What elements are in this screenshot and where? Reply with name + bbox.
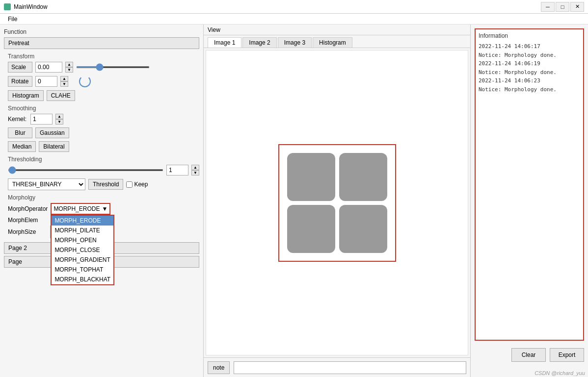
thresh-type-select[interactable]: THRESH_BINARY THRESH_BINARY_INV THRESH_T… bbox=[8, 178, 85, 190]
morph-option-tophat[interactable]: MORPH_TOPHAT bbox=[52, 265, 113, 275]
rotate-row: Rotate ▲ ▼ bbox=[8, 75, 199, 87]
kernel-label: Kernel: bbox=[8, 116, 27, 123]
threshold-button[interactable]: Threshold bbox=[88, 179, 123, 190]
scale-slider[interactable] bbox=[76, 66, 150, 68]
threshold-down-btn[interactable]: ▼ bbox=[191, 170, 199, 176]
title-bar-controls: ─ □ ✕ bbox=[541, 2, 584, 12]
minimize-button[interactable]: ─ bbox=[541, 2, 555, 12]
note-input[interactable] bbox=[234, 361, 466, 374]
morph-operator-trigger[interactable]: MORPH_ERODE ▼ bbox=[51, 203, 110, 215]
median-button[interactable]: Median bbox=[8, 141, 36, 152]
threshold-input[interactable] bbox=[166, 165, 188, 176]
rotate-up-btn[interactable]: ▲ bbox=[60, 76, 68, 81]
bottom-bar: note bbox=[204, 357, 470, 377]
thresholding-section: Thresholding ▲ ▼ THRESH_BINARY THRESH_BI… bbox=[8, 156, 199, 190]
image-red-box bbox=[278, 144, 396, 262]
transform-label: Transform bbox=[8, 53, 199, 60]
morph-option-erode[interactable]: MORPH_ERODE bbox=[52, 216, 113, 226]
tab-image3[interactable]: Image 3 bbox=[278, 37, 312, 48]
histogram-row: Histogram CLAHE bbox=[8, 90, 199, 101]
threshold-up-btn[interactable]: ▲ bbox=[191, 165, 199, 170]
view-label: View bbox=[208, 26, 220, 33]
keep-label: Keep bbox=[134, 181, 148, 188]
scale-up-btn[interactable]: ▲ bbox=[65, 62, 73, 67]
scale-down-btn[interactable]: ▼ bbox=[65, 67, 73, 73]
log-entry-5: Notice: Morphology done. bbox=[479, 85, 580, 94]
maximize-button[interactable]: □ bbox=[556, 2, 569, 12]
morph-operator-menu: MORPH_ERODE MORPH_DILATE MORPH_OPEN MORP… bbox=[51, 215, 114, 285]
menu-file[interactable]: File bbox=[4, 15, 21, 24]
threshold-spinner: ▲ ▼ bbox=[191, 165, 199, 176]
tab-histogram[interactable]: Histogram bbox=[313, 37, 352, 48]
morph-option-close[interactable]: MORPH_CLOSE bbox=[52, 245, 113, 255]
log-entry-2: 2022-11-24 14:06:19 bbox=[479, 59, 580, 68]
right-bottom: Clear Export bbox=[471, 345, 588, 369]
smoothing-label: Smoothing bbox=[8, 105, 199, 112]
info-log: 2022-11-24 14:06:17 Notice: Morphology d… bbox=[479, 42, 580, 94]
function-label: Function bbox=[4, 28, 199, 35]
kernel-row: Kernel: ▲ ▼ bbox=[8, 114, 199, 125]
title-bar: MainWindow ─ □ ✕ bbox=[0, 0, 588, 14]
close-button[interactable]: ✕ bbox=[570, 2, 584, 12]
export-button[interactable]: Export bbox=[550, 348, 584, 362]
watermark: CSDN @richard_yuu bbox=[471, 369, 588, 377]
title-bar-left: MainWindow bbox=[4, 3, 48, 10]
morph-option-gradient[interactable]: MORPH_GRADIENT bbox=[52, 255, 113, 265]
pretreat-button[interactable]: Pretreat bbox=[4, 37, 199, 49]
morph-size-label: MorphSize bbox=[8, 228, 47, 235]
info-title: Information bbox=[479, 32, 580, 39]
kernel-spinner: ▲ ▼ bbox=[55, 114, 63, 125]
window-title: MainWindow bbox=[14, 3, 48, 10]
keep-checkbox-wrap: Keep bbox=[126, 181, 148, 188]
img-cell-topright bbox=[339, 153, 387, 201]
smoothing-section: Smoothing Kernel: ▲ ▼ Blur Gaussian Medi… bbox=[8, 105, 199, 152]
kernel-down-btn[interactable]: ▼ bbox=[55, 119, 63, 125]
info-box: Information 2022-11-24 14:06:17 Notice: … bbox=[475, 28, 584, 341]
morph-option-dilate[interactable]: MORPH_DILATE bbox=[52, 226, 113, 235]
keep-checkbox[interactable] bbox=[126, 181, 133, 188]
image-area bbox=[206, 50, 468, 355]
morph-elem-label: MorphElem bbox=[8, 217, 47, 224]
log-entry-4: 2022-11-24 14:06:23 bbox=[479, 76, 580, 85]
kernel-up-btn[interactable]: ▲ bbox=[55, 114, 63, 119]
img-cell-topleft bbox=[287, 153, 335, 201]
center-panel: View Image 1 Image 2 Image 3 Histogram n… bbox=[204, 25, 470, 377]
log-entry-1: Notice: Morphology done. bbox=[479, 51, 580, 60]
rotate-down-btn[interactable]: ▼ bbox=[60, 81, 68, 87]
gaussian-button[interactable]: Gaussian bbox=[35, 127, 69, 138]
img-cell-bottomleft bbox=[287, 205, 335, 253]
log-entry-3: Notice: Morphology done. bbox=[479, 68, 580, 77]
clear-button[interactable]: Clear bbox=[511, 348, 546, 362]
morph-operator-dropdown-container: MORPH_ERODE ▼ MORPH_ERODE MORPH_DILATE M… bbox=[51, 203, 110, 215]
morph-operator-value: MORPH_ERODE bbox=[53, 205, 100, 212]
median-row: Median Bilateral bbox=[8, 141, 199, 152]
left-panel: Function Pretreat Transform Scale ▲ ▼ Ro… bbox=[0, 25, 204, 377]
dropdown-arrow-icon: ▼ bbox=[102, 205, 107, 212]
morph-option-blackhat[interactable]: MORPH_BLACKHAT bbox=[52, 275, 113, 284]
blur-button[interactable]: Blur bbox=[8, 127, 32, 138]
morph-operator-label: MorphOperator bbox=[8, 205, 48, 212]
tab-image2[interactable]: Image 2 bbox=[242, 37, 276, 48]
threshold-slider-row: ▲ ▼ bbox=[8, 165, 199, 176]
menu-bar: File bbox=[0, 14, 588, 25]
rotate-spinner: ▲ ▼ bbox=[60, 76, 68, 87]
morph-operator-row: MorphOperator MORPH_ERODE ▼ MORPH_ERODE … bbox=[8, 203, 199, 215]
scale-spinner: ▲ ▼ bbox=[65, 62, 73, 73]
scale-slider-container bbox=[76, 62, 199, 73]
tab-image1[interactable]: Image 1 bbox=[208, 37, 241, 48]
rotate-input[interactable] bbox=[35, 76, 57, 87]
threshold-slider[interactable] bbox=[8, 169, 163, 171]
kernel-input[interactable] bbox=[30, 114, 53, 125]
main-layout: Function Pretreat Transform Scale ▲ ▼ Ro… bbox=[0, 25, 588, 377]
tab-bar: Image 1 Image 2 Image 3 Histogram bbox=[204, 35, 470, 48]
bilateral-button[interactable]: Bilateral bbox=[39, 141, 69, 152]
morph-option-open[interactable]: MORPH_OPEN bbox=[52, 235, 113, 245]
transform-section: Transform Scale ▲ ▼ Rotate ▲ ▼ bbox=[8, 53, 199, 101]
histogram-button[interactable]: Histogram bbox=[8, 90, 44, 101]
scale-row: Scale ▲ ▼ bbox=[8, 62, 199, 73]
scale-input[interactable] bbox=[35, 62, 62, 73]
rotate-icon bbox=[79, 75, 91, 87]
morphology-section: Morpholgy MorphOperator MORPH_ERODE ▼ MO… bbox=[8, 194, 199, 238]
clahe-button[interactable]: CLAHE bbox=[47, 90, 75, 101]
view-header: View bbox=[204, 25, 470, 35]
